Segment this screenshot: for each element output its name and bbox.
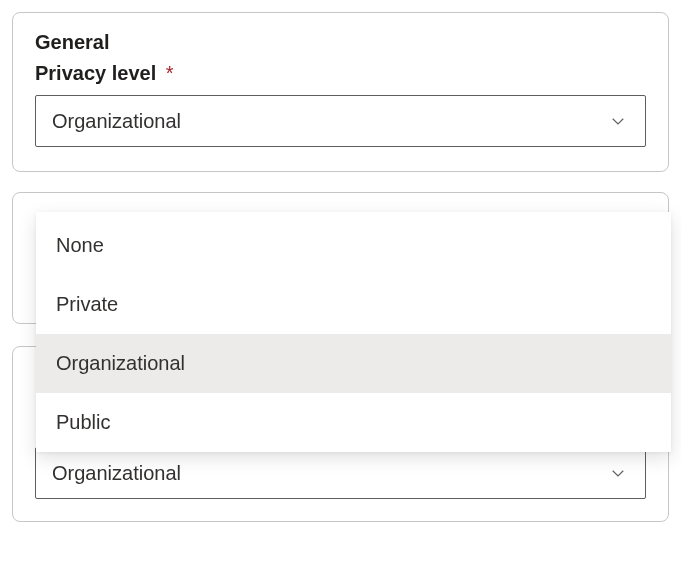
chevron-down-icon [607,110,629,132]
chevron-down-icon [607,462,629,484]
general-settings-card: General Privacy level * Organizational [12,12,669,172]
privacy-level-select-value: Organizational [52,110,181,133]
dropdown-option-private[interactable]: Private [36,275,671,334]
privacy-level-select-lower-value: Organizational [52,462,181,485]
dropdown-option-none[interactable]: None [36,216,671,275]
privacy-level-select[interactable]: Organizational [35,95,646,147]
dropdown-option-organizational[interactable]: Organizational [36,334,671,393]
privacy-level-label: Privacy level * [35,62,646,85]
settings-stack: Organizational None Private Organization… [12,192,669,522]
dropdown-option-public[interactable]: Public [36,393,671,452]
privacy-level-label-text: Privacy level [35,62,156,84]
section-title-general: General [35,31,646,54]
required-indicator: * [166,62,174,84]
privacy-level-dropdown-list[interactable]: None Private Organizational Public [36,212,671,452]
privacy-level-select-lower[interactable]: Organizational [35,447,646,499]
